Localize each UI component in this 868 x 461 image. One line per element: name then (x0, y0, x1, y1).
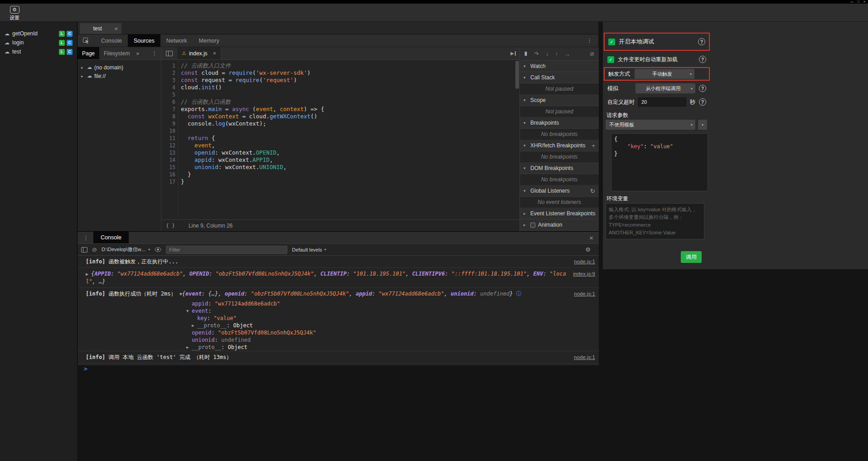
debugger-section-scope[interactable]: ▾Scope (520, 95, 599, 106)
line-number[interactable]: 17 (161, 178, 175, 185)
panel-tab-network[interactable]: Network (160, 34, 193, 47)
javascript-context-select[interactable]: D:\Develop\微信w… ▾ (102, 246, 150, 253)
clear-console-icon[interactable]: ⊘ (92, 247, 97, 252)
tree-item[interactable]: ▸☁file:// (78, 72, 161, 80)
devtools-menu-icon[interactable]: ⋮ (587, 38, 592, 44)
console-settings-icon[interactable]: ⚙ (585, 247, 591, 252)
line-number[interactable]: 7 (161, 106, 175, 113)
navigator-menu-icon[interactable]: ⋮ (151, 50, 157, 56)
console-sidebar-icon[interactable] (81, 247, 87, 252)
template-select[interactable]: 不使用模板 ▾ (606, 120, 695, 130)
inspect-icon[interactable] (83, 38, 90, 44)
function-item-test[interactable]: ☁testLC (0, 47, 77, 56)
close-icon[interactable]: × (589, 234, 593, 241)
line-number[interactable]: 3 (161, 77, 175, 84)
step-over-icon[interactable]: ↷ (534, 51, 539, 57)
debugger-section-global-listeners[interactable]: ▾Global Listeners↻ (520, 185, 599, 197)
navigator-tab-page[interactable]: Page (78, 47, 99, 59)
help-icon[interactable]: ? (698, 38, 705, 45)
help-icon[interactable]: ? (699, 56, 706, 63)
line-number[interactable]: 10 (161, 127, 175, 135)
animation-checkbox[interactable] (530, 223, 535, 228)
close-icon[interactable]: × (114, 26, 118, 32)
panel-tab-console[interactable]: Console (95, 34, 128, 47)
debugger-section-xhr-fetch-breakpoints[interactable]: ▾XHR/fetch Breakpoints+ (520, 140, 599, 151)
editor-tab-indexjs[interactable]: ⚠ index.js × (177, 47, 221, 59)
source-link[interactable]: node.js:1 (574, 290, 595, 297)
tree-item[interactable]: ▸☁(no domain) (78, 63, 161, 72)
toggle-debugger-icon[interactable]: ▶ (510, 51, 516, 56)
line-number[interactable]: 1 (161, 62, 175, 69)
debugger-section-animation[interactable]: ▸Animation (520, 219, 599, 231)
line-number[interactable]: 5 (161, 91, 175, 98)
console-filter-input[interactable] (166, 246, 287, 254)
line-number[interactable]: 13 (161, 149, 175, 156)
invoke-button[interactable]: 调用 (681, 251, 702, 263)
maximize-button[interactable]: □ (858, 0, 859, 4)
timeout-input[interactable]: 20 (638, 97, 686, 107)
function-item-login[interactable]: ☁loginLC (0, 38, 77, 47)
object-tree-row[interactable]: key: "value" (78, 315, 599, 322)
line-number[interactable]: 6 (161, 98, 175, 106)
refresh-icon[interactable]: ↻ (590, 188, 595, 194)
object-tree-row[interactable]: ▶__proto__: Object (78, 322, 599, 329)
debugger-section-event-listener-breakpoints[interactable]: ▸Event Listener Breakpoints (520, 208, 599, 219)
object-tree-row[interactable]: ▼event: (78, 307, 599, 315)
minimize-button[interactable]: — (850, 0, 853, 4)
trigger-mode-select[interactable]: 手动触发 ▾ (635, 69, 694, 79)
template-actions-select[interactable]: ▾ (698, 120, 707, 130)
object-tree-row[interactable]: appid: "wx77124add68e6adcb" (78, 300, 599, 307)
object-tree-row[interactable]: ▶__proto__: Object (78, 344, 599, 351)
object-tree-row[interactable]: openid: "obzFt5b07Vfd08Lno5nhQxJ5QJ4k" (78, 329, 599, 336)
debugger-section-call-stack[interactable]: ▾Call Stack (520, 72, 599, 83)
scrollbar-thumb[interactable] (515, 61, 519, 89)
source-link[interactable]: index.js:9 (573, 270, 595, 277)
pretty-print-icon[interactable]: { } (166, 223, 175, 228)
pause-icon[interactable]: ‖ (524, 51, 528, 57)
help-icon[interactable]: ? (699, 85, 706, 92)
line-number[interactable]: 11 (161, 135, 175, 142)
line-number[interactable]: 15 (161, 164, 175, 171)
eye-icon[interactable] (155, 247, 161, 252)
debugger-section-dom-breakpoints[interactable]: ▾DOM Breakpoints (520, 163, 599, 174)
step-into-icon[interactable]: ↓ (546, 51, 548, 57)
function-item-getOpenId[interactable]: ☁getOpenIdLC (0, 29, 77, 38)
code-editor[interactable]: 1// 云函数入口文件2const cloud = require('wx-se… (161, 60, 519, 219)
panel-tab-memory[interactable]: Memory (193, 34, 225, 47)
step-out-icon[interactable]: ↑ (555, 51, 558, 57)
step-icon[interactable]: → (565, 51, 570, 57)
add-breakpoint-icon[interactable]: + (592, 142, 595, 149)
line-number[interactable]: 8 (161, 113, 175, 120)
line-number[interactable]: 4 (161, 84, 175, 91)
devtools-tab-test[interactable]: test × (80, 23, 121, 34)
line-number[interactable]: 14 (161, 156, 175, 164)
settings-button[interactable]: ⚙ 设置 (5, 5, 24, 21)
close-button[interactable]: × (863, 0, 865, 4)
line-number[interactable]: 12 (161, 142, 175, 149)
request-params-editor[interactable]: { "key": "value"} (611, 133, 708, 191)
debugger-section-watch[interactable]: ▾Watch (520, 61, 599, 72)
debugger-section-breakpoints[interactable]: ▾Breakpoints (520, 117, 599, 129)
close-icon[interactable]: × (213, 50, 217, 56)
more-tabs-icon[interactable]: » (136, 50, 139, 57)
help-icon[interactable]: ? (699, 98, 706, 106)
navigator-tab-filesystem[interactable]: Filesystem (99, 47, 134, 59)
toggle-navigator-icon[interactable] (166, 51, 173, 56)
local-debug-checkbox[interactable]: ✓ (608, 39, 615, 45)
env-vars-input[interactable] (606, 203, 704, 239)
console-menu-icon[interactable]: ⋮ (83, 235, 89, 241)
deactivate-breakpoints-icon[interactable]: ⊘ (590, 51, 594, 57)
line-number[interactable]: 2 (161, 69, 175, 77)
line-number[interactable]: 16 (161, 171, 175, 178)
console-prompt[interactable]: > (78, 364, 599, 374)
line-number[interactable]: 9 (161, 120, 175, 127)
source-link[interactable]: node.js:1 (574, 354, 595, 361)
console-tab[interactable]: Console (93, 232, 129, 243)
panel-tab-sources[interactable]: Sources (128, 34, 160, 47)
editor-scrollbar[interactable] (515, 61, 519, 219)
source-link[interactable]: node.js:1 (574, 258, 595, 265)
object-tree-row[interactable]: unionid: undefined (78, 336, 599, 344)
simulate-select[interactable]: 从小程序端调用 ▾ (635, 83, 695, 93)
log-levels-select[interactable]: Default levels ▾ (292, 247, 326, 252)
auto-reload-checkbox[interactable]: ✓ (607, 56, 614, 63)
